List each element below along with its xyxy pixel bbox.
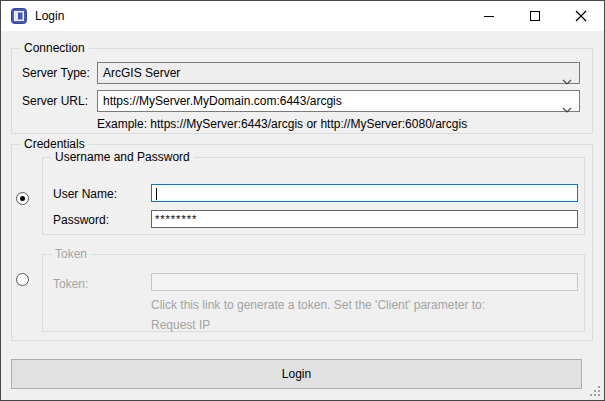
token-client-value: Request IP [151, 318, 210, 332]
token-label: Token: [53, 277, 88, 291]
server-type-dropdown[interactable]: ArcGIS Server [97, 62, 580, 84]
username-password-group-label: Username and Password [51, 150, 194, 164]
text-caret [156, 188, 157, 200]
token-group: Token Token: Click this link to generate… [42, 254, 585, 332]
chevron-down-icon [562, 71, 572, 91]
token-group-label: Token [51, 247, 91, 261]
token-hint: Click this link to generate a token. Set… [151, 298, 485, 312]
username-password-group: Username and Password User Name: Passwor… [42, 157, 585, 235]
close-icon [575, 10, 587, 22]
server-type-label: Server Type: [22, 66, 90, 80]
password-input[interactable]: ******** [151, 210, 578, 228]
connection-group: Connection Server Type: ArcGIS Server Se… [11, 48, 593, 134]
maximize-button[interactable] [512, 1, 558, 31]
resize-grip[interactable] [590, 386, 601, 397]
connection-group-label: Connection [20, 41, 89, 55]
server-type-value: ArcGIS Server [103, 66, 180, 80]
server-url-example: Example: https://MyServer:6443/arcgis or… [97, 117, 467, 131]
minimize-icon [484, 16, 494, 17]
maximize-icon [530, 11, 540, 21]
username-input[interactable] [151, 184, 578, 202]
server-url-combobox[interactable]: https://MyServer.MyDomain.com:6443/arcgi… [97, 90, 580, 112]
close-button[interactable] [558, 1, 604, 31]
minimize-button[interactable] [466, 1, 512, 31]
login-button-label: Login [282, 367, 311, 381]
chevron-down-icon [562, 99, 572, 119]
login-dialog: Login Connection Server Type: ArcGIS Ser… [0, 0, 605, 401]
credentials-group: Credentials Username and Password User N… [11, 144, 593, 341]
username-label: User Name: [53, 187, 117, 201]
login-button[interactable]: Login [11, 359, 582, 389]
password-masked-value: ******** [155, 213, 197, 225]
username-password-radio[interactable] [16, 192, 29, 205]
titlebar[interactable]: Login [1, 1, 604, 31]
server-url-value: https://MyServer.MyDomain.com:6443/arcgi… [103, 94, 342, 108]
token-radio[interactable] [16, 273, 29, 286]
server-url-label: Server URL: [22, 94, 88, 108]
credentials-group-label: Credentials [20, 137, 89, 151]
window-title: Login [35, 1, 64, 31]
form-icon [11, 8, 27, 24]
token-input [151, 273, 578, 291]
password-label: Password: [53, 213, 109, 227]
